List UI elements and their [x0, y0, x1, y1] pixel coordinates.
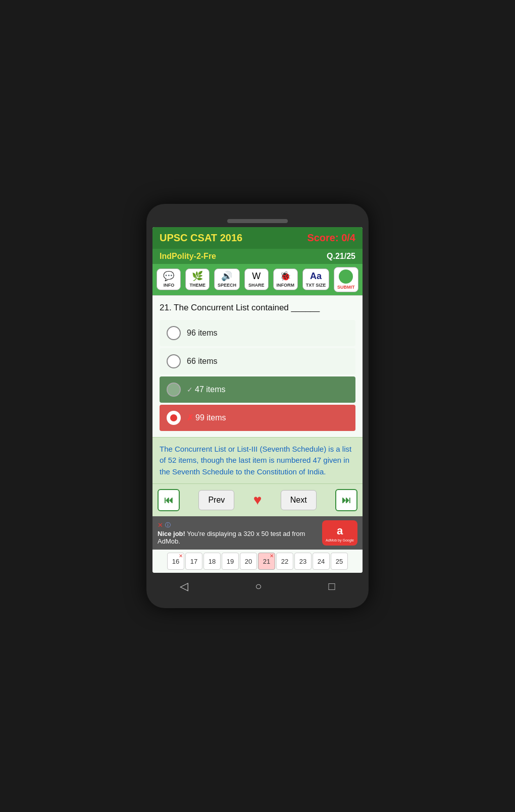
speech-icon: 🔊: [221, 271, 232, 282]
toolbar: 💬 INFO 🌿 THEME 🔊 SPEECH W SHARE 🐞 INFORM…: [152, 264, 363, 296]
device-frame: UPSC CSAT 2016 Score: 0/4 IndPolity-2-Fr…: [146, 204, 369, 609]
recents-button[interactable]: □: [329, 580, 335, 593]
info-label: INFO: [164, 283, 175, 288]
theme-icon: 🌿: [192, 271, 203, 282]
page-21[interactable]: ✕ 21: [258, 553, 275, 570]
ad-banner: ✕ ⓘ Nice job! You're displaying a 320 x …: [152, 516, 363, 550]
option-d[interactable]: ✗ 99 items: [160, 405, 355, 431]
page-23[interactable]: 23: [294, 553, 312, 570]
radio-a: [167, 326, 181, 340]
theme-button[interactable]: 🌿 THEME: [185, 268, 210, 290]
page-16-x-icon: ✕: [179, 554, 183, 559]
theme-label: THEME: [189, 283, 205, 288]
page-20[interactable]: 20: [240, 553, 257, 570]
navigation-bar: ⏮ Prev ♥ Next ⏭: [152, 483, 363, 516]
submit-label: SUBMIT: [337, 285, 355, 290]
page-24[interactable]: 24: [313, 553, 330, 570]
submit-circle-icon: [339, 269, 353, 284]
inform-label: INFORM: [277, 283, 295, 288]
option-d-text: 99 items: [195, 413, 226, 422]
prev-label: Prev: [208, 496, 225, 505]
ad-close-icon[interactable]: ✕: [158, 521, 163, 529]
option-a[interactable]: 96 items: [160, 320, 355, 346]
ad-info-icon[interactable]: ⓘ: [165, 521, 171, 529]
explanation-area: The Concurrent List or List-III (Seventh…: [152, 437, 363, 484]
score-display: Score: 0/4: [307, 232, 355, 244]
favorite-button[interactable]: ♥: [253, 492, 262, 508]
admob-icon: a: [337, 524, 343, 537]
header-sub: IndPolity-2-Fre Q.21/25: [152, 249, 363, 264]
question-text: 21. The Concurrent List contained ______: [160, 303, 355, 313]
option-b[interactable]: 66 items: [160, 348, 355, 374]
ad-logo: a AdMob by Google: [322, 520, 357, 546]
inform-button[interactable]: 🐞 INFORM: [273, 268, 298, 290]
subtitle: IndPolity-2-Fre: [160, 252, 216, 261]
back-button[interactable]: ◁: [180, 580, 188, 593]
status-bar: [146, 219, 369, 223]
ad-text-area: ✕ ⓘ Nice job! You're displaying a 320 x …: [158, 521, 322, 545]
prev-first-button[interactable]: ⏮: [158, 489, 180, 511]
page-18[interactable]: 18: [203, 553, 221, 570]
next-last-button[interactable]: ⏭: [335, 489, 357, 511]
ad-title: Nice job! You're displaying a 320 x 50 t…: [158, 530, 322, 545]
page-19[interactable]: 19: [222, 553, 239, 570]
speech-label: SPEECH: [218, 283, 236, 288]
option-b-text: 66 items: [187, 357, 217, 366]
check-mark-icon: ✓: [187, 386, 193, 394]
next-last-icon: ⏭: [342, 495, 351, 506]
txtsize-icon: Aa: [310, 271, 322, 282]
explanation-text: The Concurrent List or List-III (Seventh…: [160, 445, 351, 476]
prev-button[interactable]: Prev: [198, 490, 234, 510]
page-16[interactable]: ✕ 16: [167, 553, 184, 570]
admob-text: AdMob by Google: [326, 538, 354, 542]
share-button[interactable]: W SHARE: [244, 268, 269, 290]
x-mark-icon: ✗: [187, 413, 193, 422]
share-label: SHARE: [248, 283, 265, 288]
next-label: Next: [290, 496, 307, 505]
speech-button[interactable]: 🔊 SPEECH: [214, 268, 240, 290]
radio-b: [167, 354, 181, 368]
radio-d: [167, 411, 181, 425]
submit-button[interactable]: SUBMIT: [334, 267, 358, 292]
ad-title-bold: Nice job!: [158, 530, 185, 537]
radio-d-selected: [170, 414, 177, 421]
ad-controls: ✕ ⓘ: [158, 521, 322, 529]
option-c-text: 47 items: [195, 385, 225, 394]
home-button[interactable]: ○: [255, 580, 262, 593]
page-21-x-icon: ✕: [270, 554, 274, 559]
question-pagination: ✕ 16 17 18 19 20 ✕ 21 22 23 24 25: [152, 550, 363, 573]
heart-icon: ♥: [253, 492, 262, 508]
prev-first-icon: ⏮: [164, 495, 173, 506]
next-button[interactable]: Next: [281, 490, 317, 510]
radio-c: [167, 383, 181, 397]
page-22[interactable]: 22: [276, 553, 293, 570]
option-a-text: 96 items: [187, 329, 217, 338]
notch: [227, 219, 288, 223]
info-button[interactable]: 💬 INFO: [157, 268, 181, 290]
page-17[interactable]: 17: [185, 553, 202, 570]
header-top: UPSC CSAT 2016 Score: 0/4: [152, 227, 363, 249]
info-icon: 💬: [163, 271, 174, 282]
system-nav: ◁ ○ □: [146, 573, 369, 598]
share-icon: W: [252, 271, 261, 282]
screen: UPSC CSAT 2016 Score: 0/4 IndPolity-2-Fr…: [152, 227, 363, 573]
option-c[interactable]: ✓ 47 items: [160, 376, 355, 403]
inform-icon: 🐞: [280, 271, 291, 282]
txtsize-button[interactable]: Aa TXT SIZE: [302, 268, 330, 290]
txtsize-label: TXT SIZE: [306, 283, 326, 288]
page-25[interactable]: 25: [331, 553, 348, 570]
question-number: Q.21/25: [327, 252, 355, 261]
app-title: UPSC CSAT 2016: [160, 232, 242, 244]
question-area: 21. The Concurrent List contained ______…: [152, 296, 363, 437]
